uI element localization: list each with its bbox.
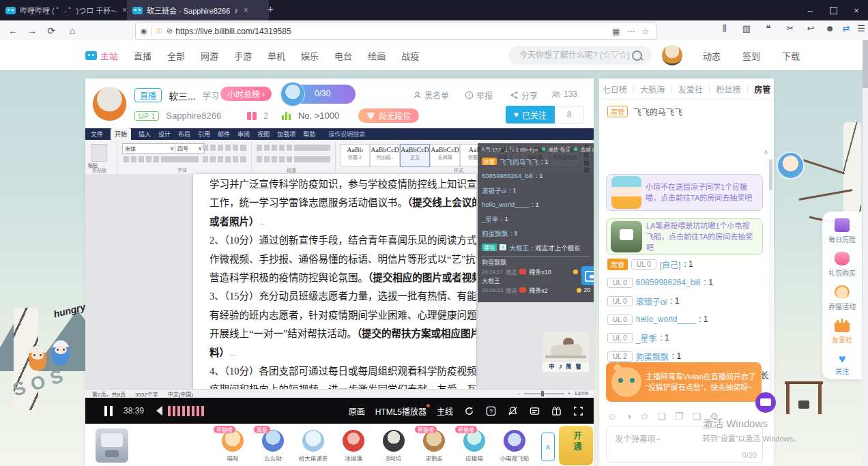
nav-download[interactable]: 下载 (782, 49, 800, 62)
quality-selector[interactable]: 原画 (349, 405, 365, 417)
nav-pcgames[interactable]: 网游 (201, 49, 218, 62)
line-selector[interactable]: 主线 (437, 405, 453, 417)
chat-username[interactable]: 滚锒子oi (636, 295, 667, 307)
page-scrollbar-thumb[interactable] (863, 40, 868, 88)
streamer-name[interactable]: Sapphire8266 (166, 111, 221, 121)
page-indicator[interactable]: 第2页，共8页 (92, 390, 126, 398)
edit-mode-icon[interactable]: ❑ (693, 411, 701, 422)
danmu-block-icon[interactable] (507, 405, 519, 417)
paragraph-buttons-row1[interactable] (257, 145, 330, 151)
nav-mobilegames[interactable]: 手游 (234, 49, 252, 62)
forward-icon[interactable]: → (25, 23, 40, 38)
chat-username[interactable]: _星季 (636, 332, 657, 344)
chat-scrollbar-thumb[interactable] (769, 159, 772, 190)
video-player[interactable]: 文件 开始 插入 设计 布局 引用 邮件 审阅 视图 加载项 帮助 操作说明搜索… (85, 128, 594, 398)
fullscreen-icon[interactable] (573, 405, 584, 417)
word-zoom-controls[interactable]: – + 130% (517, 389, 588, 398)
gift-item[interactable]: 养猫喽喵呀 (216, 430, 249, 462)
floating-mascot-avatar[interactable] (777, 151, 805, 179)
font-size-buttons[interactable] (203, 145, 246, 151)
shield-icon[interactable]: ◉ (141, 27, 147, 35)
container-tab-icon[interactable]: ⇄ (839, 23, 853, 33)
word-tab-file[interactable]: 文件 (91, 130, 103, 139)
guard-progress-widget[interactable]: 0/30 (282, 85, 356, 104)
zoom-out-icon[interactable]: – (517, 390, 519, 396)
word-tab-design[interactable]: 设计 (158, 130, 171, 139)
refresh-icon[interactable] (463, 405, 475, 417)
daily-adventure-entry[interactable]: 每日历险 (822, 218, 862, 244)
tab-audio-icon[interactable]: ♪ (234, 6, 238, 14)
undo-icon[interactable]: ↩ (804, 23, 818, 33)
window-minimize-button[interactable]: – (798, 0, 822, 20)
menu-icon[interactable]: ☰ (854, 23, 868, 33)
back-icon[interactable]: ← (5, 23, 20, 38)
style-cell[interactable]: AaBbCcD无间隔 (430, 144, 460, 167)
tab-close-icon[interactable]: × (122, 5, 127, 15)
friend-club-entry[interactable]: 友爱社 (822, 319, 862, 345)
word-tab-view[interactable]: 视图 (257, 130, 270, 139)
giftbar-collapse-button[interactable]: ∧ (541, 433, 555, 461)
tell-me-search[interactable]: 操作说明搜索 (328, 130, 365, 139)
lock-warning-icon[interactable]: ⚿ (156, 27, 162, 35)
pocket-icon[interactable]: ❝ (762, 23, 775, 33)
gift-item[interactable]: 小电视飞船 (498, 430, 531, 462)
nav-checkin[interactable]: 签到 (742, 49, 760, 62)
window-icon[interactable]: ❐ (675, 411, 684, 422)
nav-home[interactable]: 主站 (85, 49, 118, 62)
chat-username[interactable]: [自己] (660, 259, 681, 270)
font-name-dropdown[interactable]: 宋体∨ (122, 143, 177, 154)
follow-entry[interactable]: ♥关注 (822, 352, 862, 376)
tab-guard[interactable]: 大航海 (640, 83, 665, 95)
page-actions-icon[interactable]: ⋯ (626, 27, 635, 36)
gift-item[interactable]: 给大佬递茶 (297, 430, 330, 462)
url-text[interactable]: https://live.bilibili.com/14319585 (175, 27, 612, 36)
nav-all[interactable]: 全部 (167, 49, 185, 62)
zoom-in-icon[interactable]: + (568, 390, 571, 396)
tracking-icon[interactable]: ⊘ (167, 27, 173, 35)
speaker-icon[interactable] (156, 406, 162, 416)
mini-tv-float-button[interactable] (755, 392, 776, 413)
nav-live[interactable]: 直播 (134, 49, 151, 62)
bookmark-star-icon[interactable]: ☆ (641, 27, 649, 36)
tab-seven-day-rank[interactable]: 七日榜 (603, 83, 627, 95)
nav-entertainment[interactable]: 娱乐 (301, 49, 319, 62)
danmu-settings-icon[interactable] (529, 405, 540, 417)
picture-in-picture-button[interactable] (581, 266, 594, 285)
style-cell[interactable]: AaBb标题 2 (340, 144, 370, 167)
gift-item[interactable]: 周星么么哒 (257, 430, 289, 462)
qr-icon[interactable]: ▦ (612, 27, 620, 36)
cat-event-entry[interactable]: 养猫活动 (822, 285, 862, 311)
tab-room-admin[interactable]: 房管 (754, 83, 770, 95)
scroll-up-icon[interactable]: ∧ (764, 148, 768, 156)
browser-tab-1[interactable]: 哔哩哔哩 ( ゜- ゜)つロ 干杯~-bi × (0, 0, 132, 20)
gift-item[interactable]: 养猫喽求抱走 (418, 430, 450, 462)
gacha-machine[interactable] (96, 428, 128, 463)
word-tab-review[interactable]: 审阅 (237, 130, 250, 139)
window-restore-button[interactable] (822, 0, 845, 20)
word-tab-layout[interactable]: 布局 (178, 130, 190, 139)
pause-button[interactable] (104, 406, 113, 416)
new-tab-button[interactable]: + (267, 3, 274, 14)
search-box[interactable] (508, 46, 652, 65)
word-tab-references[interactable]: 引用 (198, 130, 210, 139)
chat-username[interactable]: 狗蛋飘飘 (636, 351, 669, 362)
volume-bars[interactable] (168, 406, 204, 416)
word-tab-mailings[interactable]: 邮件 (218, 130, 230, 139)
browser-tab-2[interactable]: 软三班会 - Sapphire8266 ♪ × (127, 0, 269, 20)
screenshot-icon[interactable]: ✂ (783, 23, 797, 33)
page-scrollbar[interactable] (863, 40, 868, 466)
gift-item[interactable]: 冰阔落 (337, 430, 370, 462)
chat-username[interactable]: 60859986264_bili (636, 278, 701, 287)
zoom-knob[interactable] (541, 391, 544, 396)
hour-rank-pill[interactable]: 小时总榜› (220, 87, 272, 101)
word-tab-home[interactable]: 开始 (111, 128, 131, 140)
style-cell[interactable]: AaBbCcD列出段.. (370, 144, 400, 167)
url-bar[interactable]: ◉ ⚿ ⊘ https://live.bilibili.com/14319585… (135, 23, 656, 40)
chat-scrollbar[interactable] (769, 159, 772, 398)
tab-friend-club[interactable]: 友爱社 (678, 83, 703, 95)
admin-name[interactable]: 飞飞的马飞飞 (633, 106, 682, 117)
chat-username[interactable]: hello_world____ (636, 315, 695, 324)
window-close-button[interactable]: × (845, 0, 868, 20)
gift-item[interactable]: 养猫喽应援喵 (458, 430, 491, 462)
nav-radio[interactable]: 电台 (334, 49, 352, 62)
